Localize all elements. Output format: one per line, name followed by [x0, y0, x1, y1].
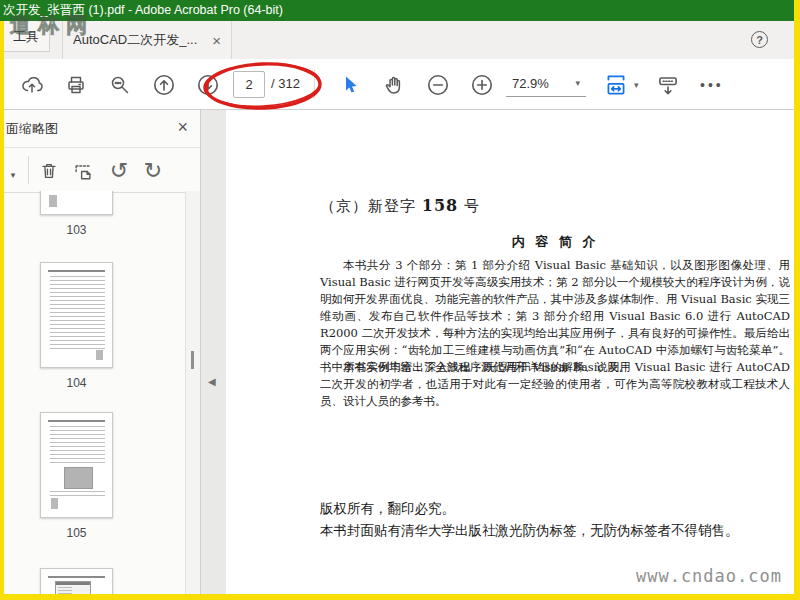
search-button[interactable]: [106, 71, 134, 99]
panel-splitter[interactable]: ◀: [201, 110, 226, 594]
tab-bar: 工具 AutoCAD二次开发_... × ?: [0, 21, 794, 60]
frame-edge-right: [794, 0, 800, 600]
rotate-clockwise-icon[interactable]: ↻: [140, 158, 166, 184]
page-total-label: / 312: [271, 76, 300, 91]
thumbnail-label-105: 105: [40, 526, 113, 540]
page-number-input[interactable]: 2: [233, 71, 265, 98]
copyright-line-1: 版权所有，翻印必究。: [320, 500, 455, 518]
copyright-line-2: 本书封面贴有清华大学出版社激光防伪标签，无防伪标签者不得销售。: [320, 522, 739, 540]
tab-tools[interactable]: 工具: [0, 21, 50, 52]
site-watermark-bottom: www.cndao.com: [636, 566, 782, 586]
panel-toolbar-separator: [28, 156, 29, 184]
print-button[interactable]: [62, 71, 90, 99]
thumbnails-panel: 面缩略图 × ▾ ↺ ↻ 10: [4, 110, 201, 594]
hand-tool-button[interactable]: [380, 71, 408, 99]
arrow-down-circle-icon: [195, 72, 221, 98]
rotate-counterclockwise-icon[interactable]: ↺: [106, 158, 132, 184]
extract-pages-icon: [72, 160, 94, 182]
extract-pages-button[interactable]: [70, 158, 96, 184]
thumbnail-options-chevron-icon[interactable]: ▾: [6, 162, 20, 188]
thumbnail-page-106[interactable]: [40, 568, 113, 594]
window-title: 次开发_张晋西 (1).pdf - Adobe Acrobat Pro (64-…: [0, 3, 283, 17]
document-area[interactable]: （京）新登字 158 号 内 容 简 介 本书共分 3 个部分：第 1 部分介绍…: [226, 110, 794, 594]
previous-page-button[interactable]: [150, 71, 178, 99]
tab-document-label: AutoCAD二次开发_...: [73, 21, 204, 59]
thumbnail-page-103[interactable]: [40, 191, 113, 215]
thumbnail-label-104: 104: [40, 376, 113, 390]
trash-icon: [38, 160, 60, 182]
thumbnail-page-105[interactable]: [40, 412, 113, 518]
tab-tools-label: 工具: [13, 29, 39, 44]
more-tools-button[interactable]: •••: [700, 71, 724, 99]
frame-edge-left: [0, 21, 4, 600]
fit-width-chevron-icon[interactable]: ▾: [634, 80, 639, 90]
summary-paragraph-2: 本书实例丰富，深入浅出，既适用于 Visual Basic 及用 Visual …: [320, 359, 790, 410]
fit-width-icon: [603, 72, 629, 98]
zoom-out-button[interactable]: [424, 71, 452, 99]
next-page-button[interactable]: [194, 71, 222, 99]
delete-pages-button[interactable]: [36, 158, 62, 184]
frame-edge-bottom: [0, 594, 800, 600]
cursor-arrow-icon: [338, 73, 362, 97]
hand-icon: [382, 73, 406, 97]
tab-document[interactable]: AutoCAD二次开发_... ×: [62, 21, 232, 59]
close-tab-icon[interactable]: ×: [212, 33, 221, 48]
acrobat-window: 次开发_张晋西 (1).pdf - Adobe Acrobat Pro (64-…: [0, 0, 800, 600]
chevron-down-icon: ▾: [575, 78, 580, 88]
title-bar: 次开发_张晋西 (1).pdf - Adobe Acrobat Pro (64-…: [0, 0, 794, 21]
search-icon: [108, 73, 132, 97]
thumbnails-panel-title: 面缩略图: [6, 120, 58, 138]
toolbar-separator: [314, 70, 315, 98]
content-summary-heading: 内 容 简 介: [320, 233, 790, 251]
thumbnails-panel-header: 面缩略图 ×: [4, 110, 200, 148]
thumbnails-toolbar: ▾ ↺ ↻: [4, 148, 200, 193]
arrow-up-circle-icon: [151, 72, 177, 98]
registration-line: （京）新登字 158 号: [320, 196, 480, 216]
thumbnail-list: 103 104 105: [4, 191, 186, 594]
share-upload-button[interactable]: [18, 71, 46, 99]
collapse-panel-icon[interactable]: ◀: [208, 376, 216, 387]
panel-scrollbar-thumb[interactable]: [191, 351, 194, 369]
select-tool-button[interactable]: [336, 71, 364, 99]
thumbnail-page-104[interactable]: [40, 262, 113, 368]
zoom-in-button[interactable]: [468, 71, 496, 99]
printer-icon: [64, 73, 88, 97]
main-toolbar: 2 / 312: [0, 59, 794, 110]
help-icon[interactable]: ?: [751, 31, 768, 48]
scrolling-mode-icon: [655, 72, 681, 98]
panel-scrollbar[interactable]: [185, 191, 200, 594]
thumbnail-label-103: 103: [40, 223, 113, 237]
zoom-level-control[interactable]: 72.9% ▾: [506, 70, 586, 97]
close-panel-icon[interactable]: ×: [177, 117, 188, 137]
page-display-button[interactable]: [654, 71, 682, 99]
cloud-upload-icon: [20, 73, 44, 97]
minus-circle-icon: [425, 72, 451, 98]
plus-circle-icon: [469, 72, 495, 98]
zoom-level-value: 72.9%: [512, 76, 549, 91]
fit-width-button[interactable]: [602, 71, 630, 99]
